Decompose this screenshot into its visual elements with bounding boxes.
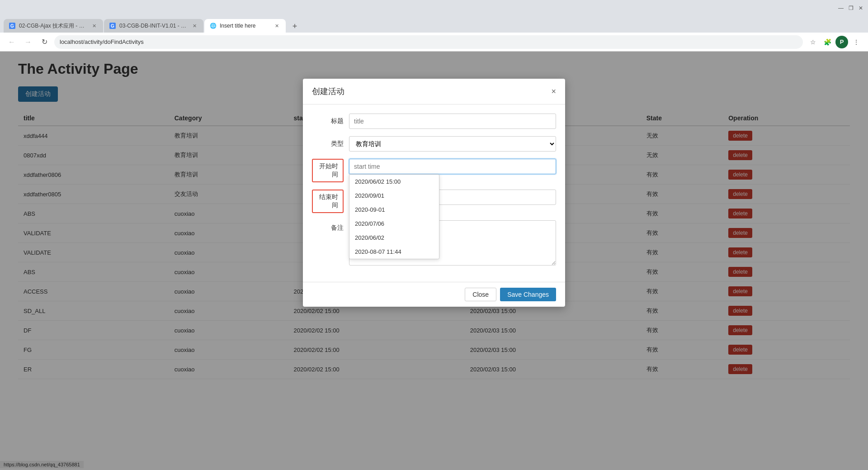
end-time-field-label: 结束时间 <box>312 190 344 213</box>
autocomplete-item-5[interactable]: 2020-08-07 11:44 <box>349 245 439 259</box>
start-time-input[interactable] <box>349 159 556 174</box>
modal-header: 创建活动 × <box>303 79 565 104</box>
tab-3-label: Insert title here <box>220 23 269 29</box>
autocomplete-dropdown: 2020/06/02 15:00 2020/09/01 2020-09-01 2… <box>349 174 439 259</box>
url-text: localhost/activity/doFindActivitys <box>60 38 144 45</box>
modal-footer: Close Save Changes <box>303 282 565 307</box>
tab-2[interactable]: G 03-CGB-DB-INIT-V1.01 - Goo... ✕ <box>104 19 203 33</box>
url-bar[interactable]: localhost/activity/doFindActivitys <box>54 35 803 49</box>
close-button[interactable]: ✕ <box>857 5 864 12</box>
autocomplete-item-2[interactable]: 2020-09-01 <box>349 203 439 217</box>
forward-button[interactable]: → <box>22 36 34 48</box>
tab-3-close[interactable]: ✕ <box>273 22 280 29</box>
tab-1-close[interactable]: ✕ <box>90 22 98 29</box>
reload-button[interactable]: ↻ <box>38 36 51 48</box>
start-time-autocomplete-wrapper: 2020/06/02 15:00 2020/09/01 2020-09-01 2… <box>349 159 556 174</box>
profile-icon[interactable]: P <box>835 36 848 48</box>
save-changes-button[interactable]: Save Changes <box>500 288 556 301</box>
tab-3-favicon: 🌐 <box>210 23 216 29</box>
autocomplete-item-0[interactable]: 2020/06/02 15:00 <box>349 175 439 189</box>
tab-3[interactable]: 🌐 Insert title here ✕ <box>204 19 286 33</box>
address-icons: ☆ 🧩 P ⋮ <box>807 36 863 48</box>
new-tab-button[interactable]: + <box>288 20 301 33</box>
modal-body: 标题 类型 教育培训 交友活动 cuoxiao 开始时 <box>303 104 565 282</box>
minimize-button[interactable]: — <box>837 5 844 12</box>
tab-2-close[interactable]: ✕ <box>191 22 198 29</box>
back-button[interactable]: ← <box>5 36 18 48</box>
modal-close-x-button[interactable]: × <box>551 87 556 95</box>
tab-1-label: 02-CGB-Ajax 技术应用 - Goog... <box>19 22 87 30</box>
category-field-label: 类型 <box>312 136 344 148</box>
title-row: 标题 <box>312 114 556 129</box>
bookmark-icon[interactable]: ☆ <box>807 36 819 48</box>
tab-bar: G 02-CGB-Ajax 技术应用 - Goog... ✕ G 03-CGB-… <box>0 16 868 33</box>
title-bar: — ❐ ✕ <box>0 0 868 16</box>
tab-1-favicon: G <box>9 23 15 29</box>
close-button[interactable]: Close <box>465 288 496 301</box>
autocomplete-item-4[interactable]: 2020/06/02 <box>349 231 439 245</box>
maximize-button[interactable]: ❐ <box>847 5 854 12</box>
page-content: The Activity Page 创建活动 title Category st… <box>0 52 868 470</box>
modal-title: 创建活动 <box>312 86 344 97</box>
start-time-row: 开始时间 2020/06/02 15:00 2020/09/01 2020-09… <box>312 159 556 182</box>
autocomplete-item-1[interactable]: 2020/09/01 <box>349 189 439 203</box>
autocomplete-item-3[interactable]: 2020/07/06 <box>349 217 439 231</box>
create-activity-modal: 创建活动 × 标题 类型 教育培训 交友活动 <box>303 79 565 307</box>
menu-icon[interactable]: ⋮ <box>850 36 863 48</box>
tab-2-label: 03-CGB-DB-INIT-V1.01 - Goo... <box>119 23 187 29</box>
modal-overlay: 创建活动 × 标题 类型 教育培训 交友活动 <box>0 52 868 470</box>
extensions-icon[interactable]: 🧩 <box>821 36 834 48</box>
tab-1[interactable]: G 02-CGB-Ajax 技术应用 - Goog... ✕ <box>4 19 103 33</box>
category-row: 类型 教育培训 交友活动 cuoxiao <box>312 136 556 152</box>
category-select[interactable]: 教育培训 交友活动 cuoxiao <box>349 136 556 152</box>
start-time-field-label: 开始时间 <box>312 159 344 182</box>
title-input[interactable] <box>349 114 556 129</box>
browser-window: — ❐ ✕ G 02-CGB-Ajax 技术应用 - Goog... ✕ G 0… <box>0 0 868 470</box>
title-field-label: 标题 <box>312 114 344 125</box>
note-field-label: 备注 <box>312 220 344 232</box>
address-bar: ← → ↻ localhost/activity/doFindActivitys… <box>0 33 868 52</box>
tab-2-favicon: G <box>109 23 116 29</box>
